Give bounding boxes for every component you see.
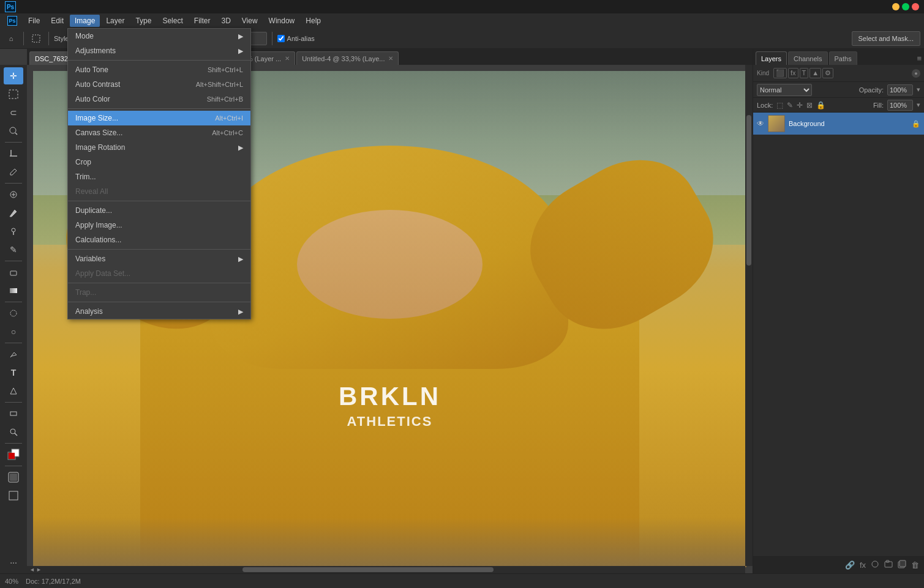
blend-mode-select[interactable]: Normal Multiply Screen [757, 84, 812, 96]
menu-select[interactable]: Select [157, 15, 187, 27]
layer-eye-icon[interactable]: 👁 [757, 119, 764, 128]
menu-edit[interactable]: Edit [46, 15, 69, 27]
new-group-icon[interactable] [883, 559, 894, 571]
eyedropper-tool[interactable] [4, 163, 23, 180]
menu-filter[interactable]: Filter [189, 15, 216, 27]
quick-mask-tool[interactable] [4, 469, 23, 486]
menu-variables[interactable]: Variables ▶ [68, 251, 250, 266]
tab-2-close[interactable]: ✕ [285, 55, 290, 62]
menu-type[interactable]: Type [130, 15, 156, 27]
menu-image[interactable]: Image [70, 15, 100, 27]
clone-stamp-tool[interactable] [4, 223, 23, 240]
filter-fx-icon[interactable]: fx [788, 68, 798, 78]
menu-image-rotation[interactable]: Image Rotation ▶ [68, 140, 250, 155]
lock-artboard-icon[interactable]: ⊠ [806, 101, 813, 110]
menu-ps[interactable]: Ps [2, 14, 22, 28]
opacity-arrow[interactable]: ▾ [917, 86, 920, 94]
title-bar-controls[interactable] [892, 3, 919, 10]
paths-tab[interactable]: Paths [829, 51, 857, 65]
crop-label: Crop [75, 158, 91, 166]
filter-text-icon[interactable]: T [800, 68, 809, 78]
close-button[interactable] [912, 3, 919, 10]
expand-left-arrow[interactable]: ◄ [29, 567, 35, 573]
menu-layer[interactable]: Layer [101, 15, 129, 27]
brush-tool[interactable] [4, 204, 23, 221]
lock-position-icon[interactable]: ✛ [797, 101, 803, 110]
filter-smart-icon[interactable]: ⚙ [822, 68, 833, 78]
antialias-label[interactable]: Anti-alias [277, 35, 315, 42]
pen-tool[interactable] [4, 346, 23, 363]
history-brush-tool[interactable]: ✎ [4, 241, 23, 258]
menu-trim[interactable]: Trim... [68, 169, 250, 184]
menu-mode[interactable]: Mode ▶ [68, 29, 250, 43]
tab-3[interactable]: Untitled-4 @ 33,3% (Laye... ✕ [296, 51, 399, 65]
menu-auto-color[interactable]: Auto Color Shift+Ctrl+B [68, 92, 250, 106]
marquee-tool[interactable] [29, 31, 43, 46]
svg-rect-18 [9, 453, 15, 459]
link-layers-icon[interactable]: 🔗 [844, 559, 856, 571]
menu-crop[interactable]: Crop [68, 155, 250, 169]
menu-auto-contrast[interactable]: Auto Contrast Alt+Shift+Ctrl+L [68, 77, 250, 92]
menu-adjustments[interactable]: Adjustments ▶ [68, 43, 250, 58]
menu-3d[interactable]: 3D [216, 15, 235, 27]
blur-tool[interactable] [4, 305, 23, 322]
menu-analysis[interactable]: Analysis ▶ [68, 304, 250, 319]
rectangle-tool[interactable] [4, 405, 23, 422]
gradient-tool[interactable] [4, 282, 23, 299]
move-tool[interactable]: ✛ [4, 67, 23, 84]
panel-tab-menu[interactable]: ≡ [917, 51, 922, 65]
maximize-button[interactable] [902, 3, 909, 10]
layers-tab[interactable]: Layers [756, 51, 787, 65]
hscroll-bar[interactable] [27, 566, 745, 573]
tab-3-close[interactable]: ✕ [388, 55, 393, 62]
healing-tool[interactable] [4, 186, 23, 203]
path-selection-tool[interactable] [4, 382, 23, 400]
menu-image-size[interactable]: Image Size... Alt+Ctrl+I [68, 111, 250, 125]
more-tools[interactable]: ··· [4, 554, 23, 571]
filter-shape-icon[interactable]: ▲ [809, 68, 821, 78]
expand-right-arrow[interactable]: ► [36, 567, 42, 573]
new-layer-icon[interactable] [896, 559, 907, 571]
minimize-button[interactable] [892, 3, 900, 10]
crop-tool[interactable] [4, 145, 23, 162]
add-mask-icon[interactable] [870, 559, 881, 571]
filter-toggle[interactable]: ● [912, 69, 920, 78]
foreground-color[interactable] [4, 446, 23, 463]
eraser-tool[interactable] [4, 264, 23, 281]
menu-view[interactable]: View [237, 15, 263, 27]
layer-item-background[interactable]: 👁 Background 🔒 [753, 113, 924, 135]
lock-transparent-icon[interactable]: ⬚ [776, 101, 783, 110]
home-tool[interactable]: ⌂ [4, 31, 18, 46]
dodge-tool[interactable]: ○ [4, 323, 23, 340]
lock-all-icon[interactable]: 🔒 [816, 101, 825, 110]
opacity-input[interactable] [887, 84, 913, 95]
panel-menu-icon[interactable]: ≡ [917, 54, 922, 63]
vscroll-bar[interactable] [745, 65, 753, 566]
menu-apply-image[interactable]: Apply Image... [68, 218, 250, 233]
lock-image-icon[interactable]: ✎ [787, 101, 793, 110]
quick-select-tool[interactable] [4, 122, 23, 140]
menu-window[interactable]: Window [264, 15, 300, 27]
text-tool[interactable]: T [4, 364, 23, 381]
filter-pixel-icon[interactable]: ⬛ [773, 68, 787, 78]
fill-input[interactable] [887, 100, 913, 111]
screen-mode-tool[interactable] [4, 487, 23, 504]
menu-calculations[interactable]: Calculations... [68, 233, 250, 247]
hscroll-thumb[interactable] [242, 567, 494, 572]
menu-auto-tone[interactable]: Auto Tone Shift+Ctrl+L [68, 62, 250, 77]
layers-list: 👁 Background 🔒 [753, 113, 924, 556]
menu-help[interactable]: Help [301, 15, 326, 27]
antialias-checkbox[interactable] [277, 35, 285, 42]
menu-file[interactable]: File [23, 15, 45, 27]
menu-canvas-size[interactable]: Canvas Size... Alt+Ctrl+C [68, 125, 250, 140]
fx-icon[interactable]: fx [858, 559, 867, 571]
menu-duplicate[interactable]: Duplicate... [68, 203, 250, 218]
marquee-select-tool[interactable] [4, 86, 23, 103]
vscroll-thumb[interactable] [746, 115, 751, 266]
lasso-tool[interactable]: ⊂ [4, 104, 23, 121]
select-mask-button[interactable]: Select and Mask... [852, 31, 921, 46]
channels-tab[interactable]: Channels [788, 51, 827, 65]
delete-layer-icon[interactable]: 🗑 [910, 559, 920, 571]
fill-arrow[interactable]: ▾ [917, 101, 920, 109]
zoom-tool[interactable] [4, 423, 23, 441]
